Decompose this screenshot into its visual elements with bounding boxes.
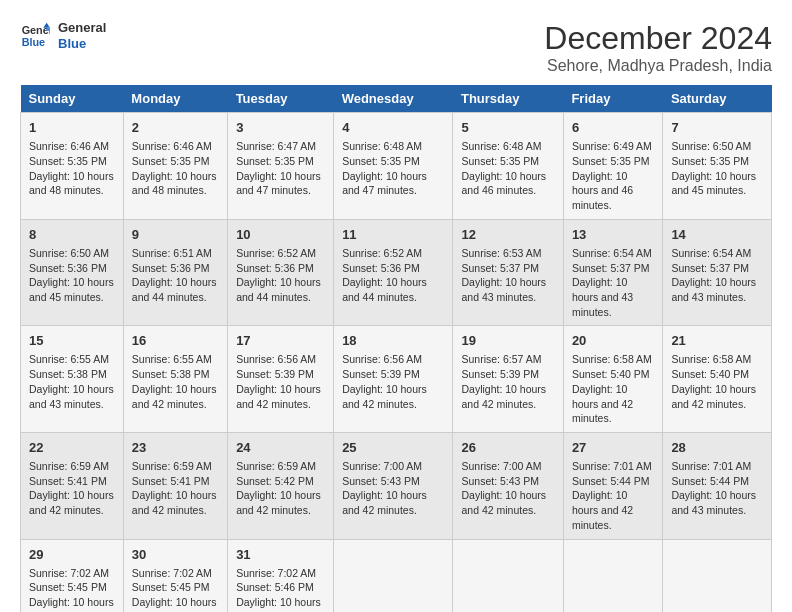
calendar-cell: 20Sunrise: 6:58 AMSunset: 5:40 PMDayligh… [563,326,663,433]
day-number: 24 [236,439,325,457]
day-number: 29 [29,546,115,564]
svg-text:Blue: Blue [22,36,45,48]
day-number: 19 [461,332,554,350]
day-number: 1 [29,119,115,137]
calendar-cell: 11Sunrise: 6:52 AMSunset: 5:36 PMDayligh… [334,219,453,326]
header-tuesday: Tuesday [228,85,334,113]
day-number: 26 [461,439,554,457]
week-row-2: 8Sunrise: 6:50 AMSunset: 5:36 PMDaylight… [21,219,772,326]
header-saturday: Saturday [663,85,772,113]
calendar-cell: 13Sunrise: 6:54 AMSunset: 5:37 PMDayligh… [563,219,663,326]
week-row-3: 15Sunrise: 6:55 AMSunset: 5:38 PMDayligh… [21,326,772,433]
header-sunday: Sunday [21,85,124,113]
calendar-cell: 6Sunrise: 6:49 AMSunset: 5:35 PMDaylight… [563,113,663,220]
day-number: 16 [132,332,219,350]
calendar-cell: 27Sunrise: 7:01 AMSunset: 5:44 PMDayligh… [563,432,663,539]
calendar-cell: 10Sunrise: 6:52 AMSunset: 5:36 PMDayligh… [228,219,334,326]
day-number: 5 [461,119,554,137]
day-number: 23 [132,439,219,457]
calendar-cell: 1Sunrise: 6:46 AMSunset: 5:35 PMDaylight… [21,113,124,220]
day-number: 28 [671,439,763,457]
header-wednesday: Wednesday [334,85,453,113]
calendar-cell: 24Sunrise: 6:59 AMSunset: 5:42 PMDayligh… [228,432,334,539]
day-number: 9 [132,226,219,244]
day-number: 31 [236,546,325,564]
day-number: 21 [671,332,763,350]
calendar-cell: 22Sunrise: 6:59 AMSunset: 5:41 PMDayligh… [21,432,124,539]
day-number: 22 [29,439,115,457]
header: General Blue General Blue December 2024 … [20,20,772,75]
calendar-cell: 17Sunrise: 6:56 AMSunset: 5:39 PMDayligh… [228,326,334,433]
day-number: 13 [572,226,655,244]
logo: General Blue General Blue [20,20,106,51]
day-number: 4 [342,119,444,137]
logo-blue: Blue [58,36,106,52]
calendar-cell: 31Sunrise: 7:02 AMSunset: 5:46 PMDayligh… [228,539,334,612]
day-number: 7 [671,119,763,137]
calendar-cell: 3Sunrise: 6:47 AMSunset: 5:35 PMDaylight… [228,113,334,220]
day-number: 10 [236,226,325,244]
calendar-cell: 26Sunrise: 7:00 AMSunset: 5:43 PMDayligh… [453,432,563,539]
calendar-cell: 12Sunrise: 6:53 AMSunset: 5:37 PMDayligh… [453,219,563,326]
day-number: 8 [29,226,115,244]
header-friday: Friday [563,85,663,113]
calendar-cell: 28Sunrise: 7:01 AMSunset: 5:44 PMDayligh… [663,432,772,539]
day-number: 3 [236,119,325,137]
calendar-cell: 9Sunrise: 6:51 AMSunset: 5:36 PMDaylight… [123,219,227,326]
calendar-cell [663,539,772,612]
week-row-1: 1Sunrise: 6:46 AMSunset: 5:35 PMDaylight… [21,113,772,220]
calendar-cell: 4Sunrise: 6:48 AMSunset: 5:35 PMDaylight… [334,113,453,220]
day-number: 11 [342,226,444,244]
calendar-cell: 25Sunrise: 7:00 AMSunset: 5:43 PMDayligh… [334,432,453,539]
day-number: 27 [572,439,655,457]
calendar-table: SundayMondayTuesdayWednesdayThursdayFrid… [20,85,772,612]
calendar-cell [334,539,453,612]
logo-icon: General Blue [20,21,50,51]
day-number: 20 [572,332,655,350]
calendar-cell: 14Sunrise: 6:54 AMSunset: 5:37 PMDayligh… [663,219,772,326]
day-number: 2 [132,119,219,137]
calendar-cell: 18Sunrise: 6:56 AMSunset: 5:39 PMDayligh… [334,326,453,433]
calendar-cell: 16Sunrise: 6:55 AMSunset: 5:38 PMDayligh… [123,326,227,433]
day-number: 15 [29,332,115,350]
title-section: December 2024 Sehore, Madhya Pradesh, In… [544,20,772,75]
calendar-header-row: SundayMondayTuesdayWednesdayThursdayFrid… [21,85,772,113]
day-number: 17 [236,332,325,350]
calendar-subtitle: Sehore, Madhya Pradesh, India [544,57,772,75]
week-row-5: 29Sunrise: 7:02 AMSunset: 5:45 PMDayligh… [21,539,772,612]
page-container: General Blue General Blue December 2024 … [20,20,772,612]
header-monday: Monday [123,85,227,113]
day-number: 30 [132,546,219,564]
calendar-cell: 19Sunrise: 6:57 AMSunset: 5:39 PMDayligh… [453,326,563,433]
day-number: 6 [572,119,655,137]
calendar-cell: 7Sunrise: 6:50 AMSunset: 5:35 PMDaylight… [663,113,772,220]
day-number: 25 [342,439,444,457]
calendar-cell: 8Sunrise: 6:50 AMSunset: 5:36 PMDaylight… [21,219,124,326]
calendar-cell: 21Sunrise: 6:58 AMSunset: 5:40 PMDayligh… [663,326,772,433]
calendar-cell [453,539,563,612]
calendar-cell: 5Sunrise: 6:48 AMSunset: 5:35 PMDaylight… [453,113,563,220]
calendar-title: December 2024 [544,20,772,57]
day-number: 14 [671,226,763,244]
header-thursday: Thursday [453,85,563,113]
logo-general: General [58,20,106,36]
calendar-cell: 29Sunrise: 7:02 AMSunset: 5:45 PMDayligh… [21,539,124,612]
calendar-cell [563,539,663,612]
day-number: 12 [461,226,554,244]
week-row-4: 22Sunrise: 6:59 AMSunset: 5:41 PMDayligh… [21,432,772,539]
calendar-cell: 2Sunrise: 6:46 AMSunset: 5:35 PMDaylight… [123,113,227,220]
calendar-cell: 30Sunrise: 7:02 AMSunset: 5:45 PMDayligh… [123,539,227,612]
calendar-cell: 23Sunrise: 6:59 AMSunset: 5:41 PMDayligh… [123,432,227,539]
calendar-cell: 15Sunrise: 6:55 AMSunset: 5:38 PMDayligh… [21,326,124,433]
day-number: 18 [342,332,444,350]
